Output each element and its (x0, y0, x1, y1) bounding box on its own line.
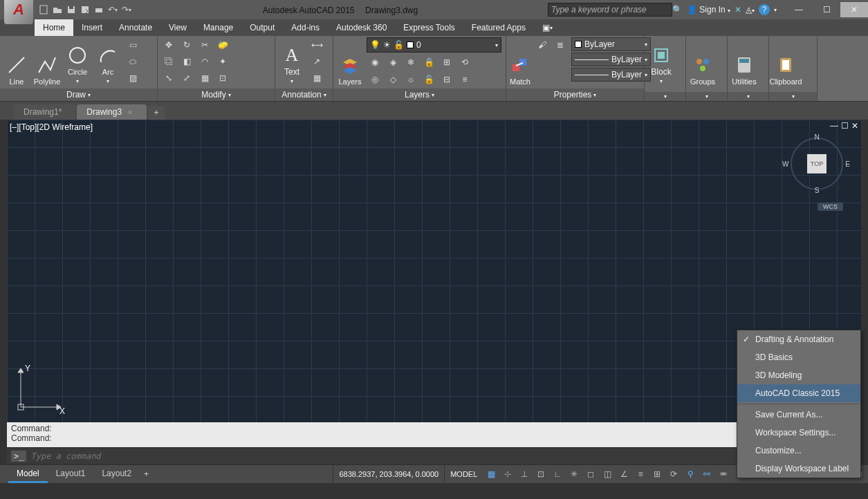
ortho-toggle-icon[interactable]: ∟ (549, 465, 566, 483)
space-toggle[interactable]: MODEL (444, 465, 483, 483)
panel-label-modify[interactable]: Modify▾ (158, 88, 275, 101)
prop-list-icon[interactable]: ≣ (552, 37, 569, 53)
signin-button[interactable]: 👤 Sign In ▾ (687, 5, 730, 15)
wcs-badge[interactable]: WCS (818, 203, 843, 211)
viewcube-north[interactable]: N (814, 133, 819, 141)
workspace-action[interactable]: Save Current As... (737, 406, 860, 424)
dynamic-input-icon[interactable]: ⊡ (533, 465, 549, 483)
menu-tab-autodesk-360[interactable]: Autodesk 360 (328, 19, 395, 36)
viewport-label[interactable]: [–][Top][2D Wireframe] (10, 122, 93, 132)
menu-tab-manage[interactable]: Manage (195, 19, 241, 36)
app-menu-button[interactable]: A (4, 0, 33, 24)
qat-open-icon[interactable] (51, 3, 64, 16)
layer-thaw-icon[interactable]: ☼ (403, 72, 419, 87)
layout-tab-model[interactable]: Model (8, 466, 48, 483)
stretch-icon[interactable]: ⤡ (160, 70, 177, 86)
match-prop-button[interactable]: Match (509, 37, 531, 86)
lineweight-combo[interactable]: ByLayer▾ (571, 53, 651, 66)
panel-label-layers[interactable]: Layers▾ (333, 88, 506, 101)
dimension-icon[interactable]: ⟷ (308, 37, 325, 53)
explode-icon[interactable]: ✦ (214, 54, 231, 69)
panel-label-groups[interactable]: ▾ (686, 92, 727, 101)
workspace-item[interactable]: Drafting & Annotation (737, 330, 860, 348)
osnap-toggle-icon[interactable]: ◻ (582, 465, 599, 483)
workspace-item[interactable]: 3D Basics (737, 348, 860, 366)
exchange-icon[interactable]: ✕ (735, 5, 741, 15)
polyline-button[interactable]: Polyline (33, 37, 61, 86)
panel-label-clipboard[interactable]: ▾ (769, 92, 817, 101)
polar-toggle-icon[interactable]: ✳ (566, 465, 582, 483)
viewcube-east[interactable]: E (845, 160, 850, 168)
infer-toggle-icon[interactable]: ⊥ (516, 465, 533, 483)
ribbon-flyout-icon[interactable]: ▣▾ (534, 19, 561, 36)
workspace-item[interactable]: 3D Modeling (737, 366, 860, 384)
mirror-icon[interactable]: ◧ (178, 54, 195, 69)
layer-state-icon[interactable]: ≡ (456, 72, 473, 87)
vp-minimize-icon[interactable]: — (830, 121, 838, 131)
copy-icon[interactable]: ⿻ (160, 54, 177, 69)
layer-prev-icon[interactable]: ⟲ (456, 55, 473, 70)
menu-tab-view[interactable]: View (160, 19, 195, 36)
rotate-icon[interactable]: ↻ (178, 37, 195, 53)
layer-unlock-icon[interactable]: 🔓 (421, 72, 437, 87)
panel-label-properties[interactable]: Properties▾ (506, 88, 644, 101)
vp-close-icon[interactable]: ✕ (851, 121, 858, 131)
menu-tab-add-ins[interactable]: Add-ins (283, 19, 328, 36)
new-doc-tab[interactable]: + (148, 106, 165, 120)
grid-toggle-icon[interactable]: ▦ (483, 465, 499, 483)
panel-label-annotation[interactable]: Annotation▾ (275, 88, 333, 101)
prop-brush-icon[interactable]: 🖌 (534, 37, 551, 53)
infocenter-search-icon[interactable]: 🔍 (672, 5, 683, 15)
menu-tab-output[interactable]: Output (241, 19, 283, 36)
offset-icon[interactable]: ⊡ (214, 70, 231, 86)
layer-combo[interactable]: 💡 ☀ 🔓 0 ▾ (367, 37, 501, 53)
annoscale-icon[interactable]: ⚯ (699, 465, 715, 483)
layer-change-icon[interactable]: ⊟ (438, 72, 455, 87)
linetype-combo[interactable]: ByLayer▾ (571, 68, 651, 82)
layer-freeze-icon[interactable]: ❄ (403, 55, 419, 70)
viewcube-south[interactable]: S (815, 187, 820, 194)
vp-maximize-icon[interactable]: ☐ (841, 121, 849, 131)
qat-saveas-icon[interactable] (79, 3, 91, 16)
workspace-item[interactable]: AutoCAD Classic 2015 (737, 384, 860, 402)
layer-match-icon[interactable]: ⊞ (438, 55, 455, 70)
doc-tab[interactable]: Drawing1* (14, 104, 75, 120)
qp-toggle-icon[interactable]: ⚲ (682, 465, 699, 483)
text-button[interactable]: A Text▾ (278, 37, 306, 86)
color-combo[interactable]: ByLayer▾ (571, 37, 651, 51)
maximize-button[interactable]: ☐ (813, 2, 840, 17)
layer-iso-icon[interactable]: ◈ (385, 55, 401, 70)
close-button[interactable]: ✕ (840, 2, 868, 17)
line-button[interactable]: Line (3, 37, 30, 86)
utilities-button[interactable]: Utilities (730, 37, 758, 86)
menu-tab-home[interactable]: Home (35, 19, 73, 36)
arc-button[interactable]: Arc▾ (94, 37, 122, 86)
coordinates-display[interactable]: 6838.2937, 203.3964, 0.0000 (333, 465, 444, 483)
doc-tab[interactable]: Drawing3✕ (77, 104, 147, 120)
workspace-action[interactable]: Workspace Settings... (737, 424, 860, 442)
workspace-action[interactable]: Display Workspace Label (737, 460, 860, 478)
layout-tab-layout2[interactable]: Layout2 (93, 466, 140, 483)
viewcube-west[interactable]: W (782, 160, 788, 168)
sc-toggle-icon[interactable]: ⟳ (665, 465, 682, 483)
autodesk360-icon[interactable]: ◬▾ (746, 5, 755, 15)
qat-plot-icon[interactable] (93, 3, 105, 16)
panel-label-block[interactable]: ▾ (645, 92, 685, 101)
table-icon[interactable]: ▦ (308, 70, 325, 86)
trim-icon[interactable]: ✂ (196, 37, 213, 53)
view-cube[interactable]: TOP N S E W (789, 136, 844, 191)
minimize-button[interactable]: — (785, 2, 813, 17)
layout-tab-layout1[interactable]: Layout1 (48, 466, 94, 483)
ellipse-icon[interactable]: ⬭ (124, 54, 141, 69)
leader-icon[interactable]: ↗ (308, 54, 325, 69)
layer-uniso-icon[interactable]: ◇ (385, 72, 401, 87)
layer-lock-icon[interactable]: 🔒 (421, 55, 437, 70)
drawing-area[interactable]: [–][Top][2D Wireframe] — ☐ ✕ TOP N S E W… (7, 120, 861, 422)
search-input[interactable]: Type a keyword or phrase (548, 3, 672, 17)
layer-properties-button[interactable]: Layers (336, 37, 364, 86)
3dosnap-toggle-icon[interactable]: ◫ (599, 465, 616, 483)
qat-redo-icon[interactable]: ↷▾ (120, 3, 133, 16)
qat-undo-icon[interactable]: ↶▾ (107, 3, 119, 16)
workspace-action[interactable]: Customize... (737, 442, 860, 460)
qat-save-icon[interactable] (65, 3, 77, 16)
